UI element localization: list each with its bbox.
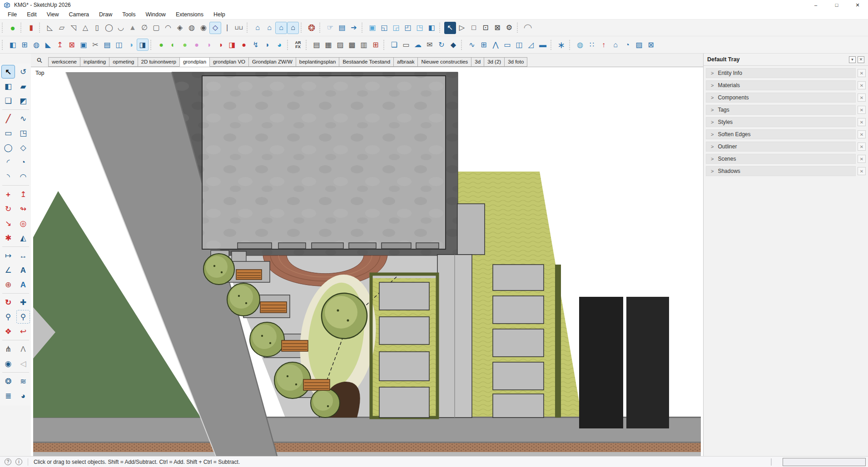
drop-house-icon[interactable]: ⌂ [610, 39, 621, 51]
position-camera-tool[interactable]: ⋔ [1, 342, 15, 356]
mail-model-icon[interactable]: ✉ [424, 39, 436, 51]
box-outline-icon[interactable]: ▭ [501, 39, 513, 51]
window-frame-icon[interactable]: ⊞ [478, 39, 490, 51]
menu-extensions[interactable]: Extensions [171, 10, 208, 19]
scene-tab-beplantingsplan[interactable]: beplantingsplan [296, 57, 340, 67]
measure-bars-icon[interactable]: ▮ [25, 22, 37, 34]
skewed-prism-icon[interactable]: ◺ [44, 22, 56, 34]
globe-ar-icon[interactable]: ❂ [306, 22, 317, 34]
tray-panel-bar[interactable]: >Tags [706, 105, 856, 115]
square-overlap-2-icon[interactable]: ◲ [390, 22, 402, 34]
tray-close-icon[interactable]: ✕ [858, 56, 864, 63]
play-scene-icon[interactable]: ▷ [456, 22, 468, 34]
offset-tool[interactable]: ◎ [16, 216, 30, 230]
scene-tab-grondplan[interactable]: grondplan [179, 57, 210, 67]
tray-panel-bar[interactable]: >Entity Info [706, 68, 856, 78]
model-viewport[interactable]: Top [31, 67, 703, 456]
tray-pin-icon[interactable]: ▾ [849, 56, 856, 63]
tray-panel-bar[interactable]: >Components [706, 93, 856, 103]
push-pull-tool[interactable]: ↥ [16, 187, 30, 201]
geolocation-icon[interactable]: ? [5, 458, 11, 465]
menu-edit[interactable]: Edit [22, 10, 42, 19]
rounded-box-icon[interactable]: ▢ [150, 22, 162, 34]
panel-close-icon[interactable]: ✕ [858, 81, 866, 89]
scene-tab-afbraak[interactable]: afbraak [393, 57, 418, 67]
panel-close-icon[interactable]: ✕ [858, 93, 866, 102]
orbit-tool[interactable]: ↻ [1, 295, 15, 309]
lasso-tool[interactable]: ↺ [16, 65, 30, 79]
profile-bar-icon[interactable]: | [221, 22, 233, 34]
chevron-right-icon[interactable]: > [711, 70, 714, 76]
export-arrow-icon[interactable]: ➔ [348, 22, 360, 34]
diamond-brush-icon[interactable]: ◆ [447, 39, 459, 51]
ar-fx-icon[interactable]: AR FX [292, 39, 304, 51]
geodesic-dome-icon[interactable]: ◉ [198, 22, 209, 34]
hedge-strip[interactable] [555, 265, 561, 418]
bowl-icon[interactable]: ◡ [115, 22, 127, 34]
layers-stack-tool[interactable]: ≣ [1, 389, 15, 403]
lift-grid-icon[interactable]: ↥ [54, 39, 66, 51]
menu-tools[interactable]: Tools [117, 10, 140, 19]
u-profiles-icon[interactable]: ⊔⊔ [233, 22, 245, 34]
previous-view-tool[interactable]: ↩ [16, 324, 30, 338]
three-point-arc-tool[interactable]: ◠ [16, 170, 30, 183]
cloud-upload-icon[interactable]: ☁ [412, 39, 424, 51]
pointer-hand-icon[interactable]: ☞ [324, 22, 336, 34]
sync-model-icon[interactable]: ↻ [436, 39, 447, 51]
follow-me-tool[interactable]: ↬ [16, 202, 30, 216]
arc-tool[interactable]: ◜ [1, 155, 15, 169]
dark-building-2[interactable] [626, 297, 669, 428]
delete-scene-icon[interactable]: ⊠ [491, 22, 503, 34]
vertex-red-split-icon[interactable]: ◑ [214, 39, 226, 51]
stamp-grid-icon[interactable]: ⊠ [66, 39, 78, 51]
tray-panel-entity-info[interactable]: >Entity Info✕ [706, 68, 866, 78]
chevron-right-icon[interactable]: > [711, 144, 714, 149]
scene-tab-werkscene[interactable]: werkscene [48, 57, 80, 67]
minimize-button[interactable]: – [805, 0, 826, 10]
dashed-square-icon[interactable]: ▣ [367, 22, 378, 34]
small-frame-icon[interactable]: ▭ [400, 39, 412, 51]
angle-guide-tool[interactable]: ◭ [16, 231, 30, 245]
building-model-icon[interactable]: ⌂ [275, 22, 287, 34]
report-table-icon[interactable]: ▤ [336, 22, 348, 34]
scene-tab-2d-tuinontwerp[interactable]: 2D tuinontwerp [138, 57, 180, 67]
scene-tab-grondplan-zw-w[interactable]: Grondplan ZW/W [248, 57, 296, 67]
tray-panel-scenes[interactable]: >Scenes✕ [706, 154, 866, 164]
menu-view[interactable]: View [42, 10, 64, 19]
tray-panel-bar[interactable]: >Styles [706, 117, 856, 127]
mesh-grid-icon[interactable]: ▨ [633, 39, 645, 51]
sheet-doc-icon[interactable]: ▦ [322, 39, 334, 51]
text-tool[interactable]: A [16, 263, 30, 277]
green-blob-icon[interactable]: ● [7, 22, 19, 34]
vertex-green-drop-icon[interactable]: ● [155, 39, 167, 51]
vertex-red-stripe-icon[interactable]: ◨ [226, 39, 238, 51]
menu-window[interactable]: Window [140, 10, 170, 19]
move-tool[interactable]: + [1, 187, 15, 201]
maximize-button[interactable]: □ [826, 0, 847, 10]
raise-arrow-icon[interactable]: ↑ [598, 39, 610, 51]
square-overlap-5-icon[interactable]: ◧ [426, 22, 437, 34]
tilt-envelope-icon[interactable]: ⊠ [645, 39, 657, 51]
tray-panel-bar[interactable]: >Soften Edges [706, 129, 856, 139]
freehand-tool[interactable]: ∿ [16, 112, 30, 125]
scene-tab-3d[interactable]: 3d [471, 57, 484, 67]
flag-tool-icon[interactable]: ◣ [42, 39, 54, 51]
view-angle-tool[interactable]: ◁ [16, 357, 30, 370]
tray-panel-styles[interactable]: >Styles✕ [706, 117, 866, 127]
pentagon-shape-icon[interactable]: ◇ [209, 22, 221, 34]
panel-close-icon[interactable]: ✕ [858, 106, 866, 114]
knife-icon[interactable]: ✂ [89, 39, 101, 51]
planter-box-2[interactable] [232, 251, 246, 262]
menu-draw[interactable]: Draw [94, 10, 117, 19]
3d-text-tool[interactable]: A [16, 278, 30, 291]
column-building-upper[interactable] [457, 204, 485, 255]
red-pin-doc-icon[interactable]: ⊞ [370, 39, 382, 51]
oval-icon[interactable]: ∅ [139, 22, 150, 34]
rotate-tool[interactable]: ↻ [1, 202, 15, 216]
cube-grid-icon[interactable]: ⊞ [19, 39, 30, 51]
dimension-tool[interactable]: ↔ [16, 249, 30, 262]
panel-close-icon[interactable]: ✕ [858, 69, 866, 77]
two-point-arc-tool[interactable]: ◝ [1, 170, 15, 183]
board-icon[interactable]: ▣ [78, 39, 89, 51]
double-door-icon[interactable]: ◫ [513, 39, 525, 51]
